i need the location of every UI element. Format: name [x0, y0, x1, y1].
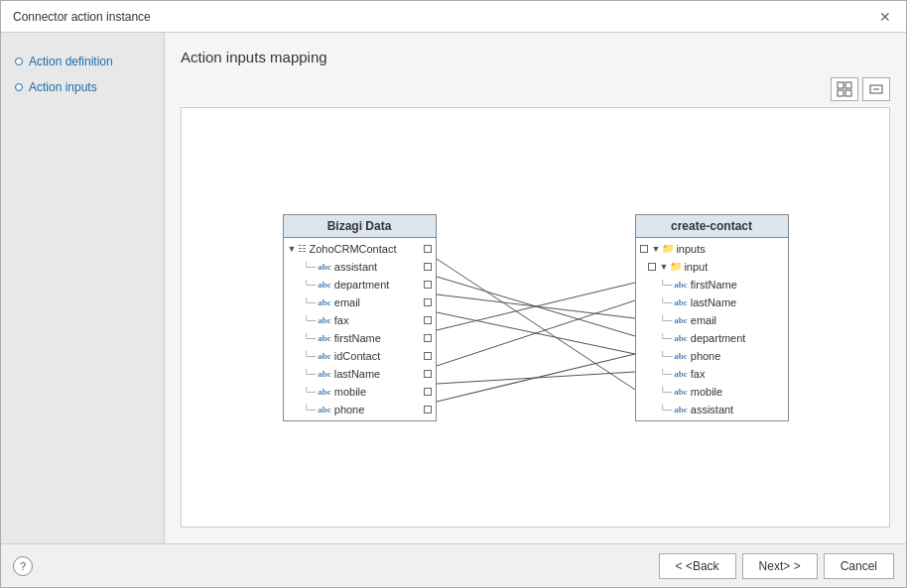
- toolbar: [181, 77, 890, 101]
- abc-icon: abc: [674, 280, 688, 290]
- table-row: └─ abc assistant: [636, 401, 788, 418]
- abc-icon: abc: [674, 297, 688, 307]
- abc-icon: abc: [674, 369, 688, 379]
- table-row: └─ abc assistant: [284, 258, 436, 276]
- row-label: ZohoCRMContact: [309, 243, 396, 255]
- row-label: assistant: [691, 404, 733, 415]
- svg-rect-0: [838, 82, 843, 88]
- footer-buttons: < <Back Next> > Cancel: [659, 553, 894, 579]
- right-table-body: ▼ 📁 inputs ▼ 📁: [636, 238, 788, 420]
- table-row: └─ abc mobile: [284, 383, 436, 401]
- svg-line-13: [437, 354, 635, 402]
- row-label: idContact: [334, 350, 380, 362]
- cancel-button[interactable]: Cancel: [824, 553, 894, 579]
- row-label: mobile: [334, 386, 366, 398]
- row-label: lastName: [334, 368, 380, 380]
- main-window: Connector action instance ✕ Action defin…: [0, 0, 907, 588]
- abc-icon: abc: [318, 262, 331, 272]
- expand-icon: [837, 81, 852, 97]
- help-button[interactable]: ?: [13, 556, 33, 576]
- port: [424, 370, 432, 378]
- tree-line: └─: [304, 405, 317, 414]
- abc-icon: abc: [318, 333, 331, 343]
- table-row: └─ abc email: [636, 311, 788, 329]
- abc-icon: abc: [318, 297, 331, 307]
- main-panel: Action inputs mapping: [165, 33, 906, 543]
- sidebar-item-action-definition[interactable]: Action definition: [11, 53, 154, 70]
- abc-icon: abc: [318, 351, 331, 361]
- sidebar-item-action-inputs[interactable]: Action inputs: [11, 78, 154, 96]
- tree-line: └─: [304, 387, 317, 397]
- tree-line: └─: [660, 280, 673, 290]
- mapping-canvas: Bizagi Data ▼ ☷ ZohoCRMContact: [181, 107, 890, 528]
- port: [424, 281, 432, 289]
- row-label: phone: [334, 404, 365, 415]
- tree-line: └─: [304, 280, 317, 290]
- table-row: └─ abc email: [284, 294, 436, 311]
- row-label: department: [691, 332, 746, 344]
- tree-line: └─: [660, 405, 673, 414]
- svg-line-6: [437, 259, 635, 390]
- bullet-icon: [15, 58, 23, 65]
- abc-icon: abc: [674, 333, 688, 343]
- close-button[interactable]: ✕: [876, 8, 894, 26]
- abc-icon: abc: [318, 405, 331, 414]
- table-row: └─ abc fax: [284, 311, 436, 329]
- table-row: └─ abc phone: [636, 347, 788, 365]
- collapse-icon: [868, 81, 884, 97]
- port: [424, 352, 432, 360]
- abc-icon: abc: [674, 387, 688, 397]
- row-label: assistant: [334, 261, 377, 273]
- svg-line-10: [437, 283, 635, 330]
- tree-line: └─: [660, 369, 673, 379]
- row-label: department: [334, 279, 390, 291]
- port: [424, 316, 432, 324]
- table-row: └─ abc department: [284, 276, 436, 294]
- mapping-inner: Bizagi Data ▼ ☷ ZohoCRMContact: [182, 108, 889, 527]
- tree-line: └─: [304, 315, 317, 325]
- svg-rect-2: [838, 90, 843, 96]
- sidebar-item-label: Action definition: [29, 55, 113, 68]
- tree-line: └─: [660, 315, 673, 325]
- folder-icon: 📁: [670, 261, 682, 272]
- panel-title: Action inputs mapping: [181, 49, 890, 65]
- abc-icon: abc: [674, 351, 688, 361]
- left-table-body: ▼ ☷ ZohoCRMContact └─: [284, 238, 436, 420]
- expand-icon: ▼: [660, 262, 669, 272]
- row-label: inputs: [676, 243, 705, 255]
- footer-left: ?: [13, 556, 33, 576]
- abc-icon: abc: [318, 369, 331, 379]
- row-label: mobile: [691, 386, 722, 398]
- window-title: Connector action instance: [13, 10, 151, 24]
- content-area: Action definition Action inputs Action i…: [1, 33, 906, 543]
- row-label: firstName: [334, 332, 381, 344]
- table-row: └─ abc lastName: [284, 365, 436, 383]
- abc-icon: abc: [674, 405, 688, 414]
- tree-line: └─: [304, 351, 317, 361]
- table-row: ▼ 📁 input: [636, 258, 788, 276]
- tree-line: └─: [660, 333, 673, 343]
- create-contact-table: create-contact ▼ 📁 inputs: [635, 214, 789, 421]
- row-label: email: [334, 296, 360, 308]
- tree-line: └─: [660, 351, 673, 361]
- port: [648, 263, 656, 271]
- table-row: └─ abc phone: [284, 401, 436, 418]
- table-row: └─ abc lastName: [636, 294, 788, 311]
- expand-all-button[interactable]: [831, 77, 858, 101]
- table-row: └─ abc idContact: [284, 347, 436, 365]
- next-button[interactable]: Next> >: [742, 553, 818, 579]
- title-bar: Connector action instance ✕: [1, 1, 906, 33]
- port: [424, 388, 432, 396]
- port: [424, 334, 432, 342]
- tree-line: └─: [304, 369, 317, 379]
- back-button[interactable]: < <Back: [659, 553, 736, 579]
- collapse-all-button[interactable]: [862, 77, 890, 101]
- svg-rect-1: [845, 82, 851, 88]
- sidebar: Action definition Action inputs: [1, 33, 165, 543]
- tree-line: └─: [304, 297, 317, 307]
- row-label: fax: [691, 368, 706, 380]
- svg-line-11: [437, 300, 635, 366]
- port: [424, 263, 432, 271]
- table-row: ▼ ☷ ZohoCRMContact: [284, 240, 436, 258]
- abc-icon: abc: [318, 280, 331, 290]
